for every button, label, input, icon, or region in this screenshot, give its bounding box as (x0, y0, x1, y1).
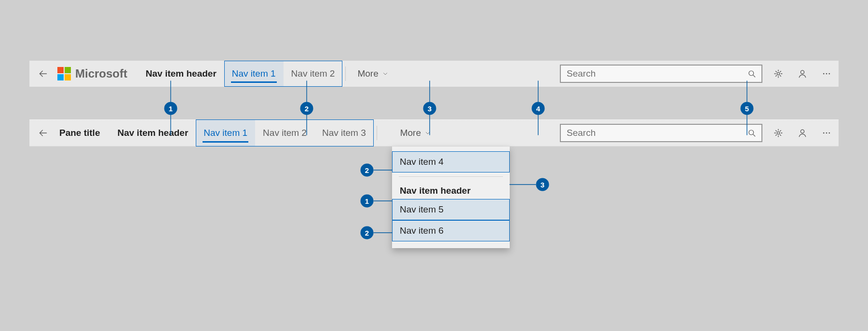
callout-badge: 2 (300, 102, 313, 115)
microsoft-logo-icon (57, 67, 71, 80)
nav-group: Nav item 1 Nav item 2 Nav item 3 (196, 119, 373, 146)
back-arrow-icon (38, 128, 48, 138)
pane-title: Pane title (54, 128, 105, 138)
chevron-down-icon (425, 130, 431, 136)
svg-point-0 (749, 71, 754, 76)
callout-badge: 1 (361, 195, 374, 208)
brand-logo[interactable]: Microsoft (57, 67, 127, 80)
person-icon (798, 128, 807, 138)
svg-point-11 (829, 132, 830, 134)
more-actions-button[interactable] (814, 61, 839, 87)
svg-point-1 (777, 72, 779, 75)
search-box[interactable] (560, 124, 762, 142)
svg-point-9 (823, 132, 825, 134)
nav-group: Nav item 1 Nav item 2 (224, 61, 343, 87)
search-icon (747, 69, 756, 78)
account-button[interactable] (790, 119, 814, 146)
callout-badge: 3 (536, 178, 549, 191)
overflow-separator (399, 176, 503, 177)
nav-header: Nav item header (138, 68, 224, 79)
svg-point-6 (749, 130, 754, 135)
overflow-menu: Nav item 4 Nav item header Nav item 5 Na… (392, 146, 510, 248)
callout-badge: 2 (361, 164, 374, 177)
callout-badge: 1 (164, 102, 177, 115)
callout-badge: 4 (532, 102, 545, 115)
ellipsis-icon (822, 69, 831, 79)
search-button[interactable] (742, 66, 761, 82)
callout-badge: 3 (423, 102, 436, 115)
svg-point-2 (800, 70, 804, 74)
nav-item-2[interactable]: Nav item 2 (284, 61, 343, 87)
chevron-down-icon (382, 71, 388, 77)
nav-item-3[interactable]: Nav item 3 (314, 119, 374, 146)
ellipsis-icon (822, 128, 831, 138)
nav-item-2[interactable]: Nav item 2 (255, 119, 314, 146)
back-button[interactable] (31, 119, 54, 146)
svg-point-4 (826, 73, 827, 75)
search-box[interactable] (560, 65, 762, 83)
person-icon (798, 69, 807, 79)
gear-icon (773, 128, 783, 138)
svg-point-10 (826, 132, 827, 134)
search-input[interactable] (561, 125, 742, 141)
brand-name: Microsoft (75, 67, 127, 80)
more-button[interactable]: More (392, 119, 439, 146)
settings-button[interactable] (766, 119, 790, 146)
nav-divider (377, 126, 377, 140)
svg-point-5 (829, 73, 830, 75)
account-button[interactable] (790, 61, 814, 87)
overflow-item-4[interactable]: Nav item 4 (392, 151, 510, 172)
nav-item-1[interactable]: Nav item 1 (196, 119, 255, 146)
callout-badge: 2 (361, 226, 374, 239)
overflow-item-5[interactable]: Nav item 5 (392, 199, 510, 220)
callout-badge: 5 (741, 102, 754, 115)
svg-point-3 (823, 73, 825, 75)
search-input[interactable] (561, 66, 742, 82)
nav-item-1[interactable]: Nav item 1 (224, 61, 284, 87)
more-button[interactable]: More (349, 61, 396, 87)
back-arrow-icon (38, 69, 48, 79)
gear-icon (773, 69, 783, 79)
settings-button[interactable] (766, 61, 790, 87)
svg-point-7 (777, 132, 779, 134)
search-icon (747, 129, 756, 137)
nav-header: Nav item header (109, 128, 196, 138)
top-navigation-bar-1: Microsoft Nav item header Nav item 1 Nav… (29, 61, 839, 87)
more-actions-button[interactable] (814, 119, 839, 146)
top-navigation-bar-2: Pane title Nav item header Nav item 1 Na… (29, 119, 839, 146)
overflow-item-6[interactable]: Nav item 6 (392, 220, 510, 241)
back-button[interactable] (31, 61, 54, 87)
search-button[interactable] (742, 125, 761, 141)
nav-divider (345, 66, 346, 81)
svg-point-8 (800, 130, 804, 133)
overflow-header: Nav item header (392, 181, 510, 199)
